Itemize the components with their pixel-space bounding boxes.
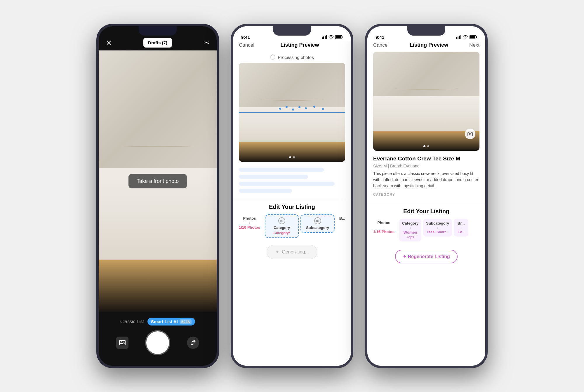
svg-rect-8 bbox=[336, 36, 341, 38]
tab-photos-arrow: ↓ bbox=[249, 221, 251, 225]
regenerate-button[interactable]: ✦ Regenerate Listing bbox=[395, 250, 457, 263]
listing-preview-title-3: Listing Preview bbox=[410, 42, 448, 48]
tab-category-3[interactable]: Category ↓ Women Tops bbox=[399, 219, 421, 242]
edit-title-3: Edit Your Listing bbox=[367, 208, 485, 215]
smart-list-badge[interactable]: Smart List AI BETA bbox=[147, 318, 195, 326]
tab-brand-label-3: Br... bbox=[458, 221, 465, 225]
tab-category-label-2: Category bbox=[274, 225, 290, 230]
cancel-button-3[interactable]: Cancel bbox=[373, 42, 389, 48]
smart-list-label: Smart List AI bbox=[151, 319, 178, 324]
tab-category-sub-3: Tops bbox=[406, 235, 414, 239]
camera-controls bbox=[99, 331, 217, 354]
product-image-2 bbox=[239, 63, 345, 162]
close-button[interactable]: ✕ bbox=[106, 39, 112, 47]
tab-photos-value-2: 1/16 Photos bbox=[239, 225, 260, 230]
product-title: Everlane Cotton Crew Tee Size M bbox=[373, 155, 479, 162]
tab-category-arrow-3: ↓ bbox=[409, 226, 411, 230]
cancel-button-2[interactable]: Cancel bbox=[239, 42, 254, 48]
camera-overlay-button[interactable] bbox=[465, 129, 475, 139]
svg-point-13 bbox=[465, 38, 466, 39]
tab-photos-2[interactable]: Photos ↓ 1/16 Photos bbox=[236, 214, 263, 231]
nav-bar-2: Cancel Listing Preview bbox=[233, 41, 351, 52]
next-button-3[interactable]: Next bbox=[469, 42, 479, 48]
svg-rect-2 bbox=[322, 37, 323, 39]
phone-1: ✕ Drafts (7) ✂ Take a front photo bbox=[96, 24, 219, 368]
tab-photos-value-3: 1/16 Photos bbox=[373, 230, 394, 234]
sparkle-icon: ✦ bbox=[275, 249, 279, 255]
spinner-icon bbox=[270, 55, 275, 60]
carousel-dots-2 bbox=[289, 156, 295, 158]
tab-category-2[interactable]: ⊕ Category Category* bbox=[265, 214, 299, 238]
skeleton-content bbox=[233, 162, 351, 199]
listing-toggle: Classic List Smart List AI BETA bbox=[120, 318, 195, 326]
tab-category-asterisk: Category* bbox=[274, 231, 290, 235]
svg-rect-12 bbox=[460, 35, 461, 39]
subcategory-icon: ⊕ bbox=[314, 217, 321, 224]
dot-3-1 bbox=[423, 145, 425, 147]
skeleton-4 bbox=[239, 189, 292, 193]
shutter-button[interactable] bbox=[146, 331, 169, 354]
phone-2: 9:41 Cancel Listing Preview Pr bbox=[231, 24, 353, 368]
skeleton-1 bbox=[239, 168, 324, 172]
tab-photos-label-2: Photos bbox=[243, 216, 256, 220]
generating-label: Generating... bbox=[282, 249, 309, 255]
svg-rect-4 bbox=[325, 36, 326, 39]
tab-subcategory-2[interactable]: ⊕ Subcategory bbox=[300, 214, 334, 233]
camera-photo-area: Take a front photo bbox=[99, 50, 217, 312]
camera-bottom: Classic List Smart List AI BETA bbox=[99, 312, 217, 366]
tab-brand-arrow-3: ↓ bbox=[460, 226, 462, 230]
scissors-button[interactable]: ✂ bbox=[204, 39, 209, 47]
carousel-dots-3 bbox=[423, 145, 429, 147]
product-description: This piece offers a classic crew neck, o… bbox=[373, 171, 479, 189]
product-image-3 bbox=[373, 52, 479, 151]
tab-category-label-3: Category bbox=[402, 221, 418, 225]
tab-subcategory-label-3: Subcategory bbox=[426, 221, 449, 225]
skeleton-2 bbox=[239, 175, 308, 179]
edit-section-2: Edit Your Listing Photos ↓ 1/16 Photos ⊕… bbox=[233, 199, 351, 241]
product-meta: Size: M | Brand: Everlane bbox=[373, 164, 479, 168]
scan-line bbox=[239, 112, 345, 113]
beta-badge: BETA bbox=[180, 319, 192, 324]
tab-photos-3[interactable]: Photos ↓ 1/16 Photos bbox=[370, 219, 397, 236]
take-photo-label: Take a front photo bbox=[128, 174, 187, 188]
tab-subcategory-3[interactable]: Subcategory ↓ Tees- Short... bbox=[423, 219, 452, 237]
classic-list-label: Classic List bbox=[120, 319, 144, 324]
notch-2 bbox=[273, 26, 311, 36]
tab-brand-3[interactable]: Br... ↓ Ev... bbox=[454, 219, 468, 237]
svg-point-16 bbox=[469, 133, 471, 135]
tab-photos-arrow-3: ↓ bbox=[383, 225, 385, 229]
svg-point-1 bbox=[121, 341, 122, 342]
tab-subcategory-label-2: Subcategory bbox=[306, 225, 329, 230]
listing-tabs-3: Photos ↓ 1/16 Photos Category ↓ Women To… bbox=[367, 219, 485, 242]
svg-rect-10 bbox=[458, 36, 458, 39]
svg-rect-3 bbox=[323, 36, 324, 39]
phone-3: 9:41 Cancel Listing Preview Next bbox=[365, 24, 488, 368]
tab-photos-label-3: Photos bbox=[377, 220, 390, 225]
edit-section-3: Edit Your Listing Photos ↓ 1/16 Photos C… bbox=[367, 203, 485, 244]
edit-title-2: Edit Your Listing bbox=[233, 204, 351, 210]
svg-rect-0 bbox=[119, 340, 125, 345]
notch-1 bbox=[139, 26, 177, 36]
svg-rect-11 bbox=[459, 36, 460, 39]
dot-3-2 bbox=[427, 145, 429, 147]
time-2: 9:41 bbox=[241, 31, 250, 40]
generating-button[interactable]: ✦ Generating... bbox=[267, 245, 317, 259]
svg-point-6 bbox=[331, 38, 331, 39]
processing-banner: Processing photos bbox=[233, 52, 351, 63]
category-icon: ⊕ bbox=[278, 217, 285, 224]
product-info: Everlane Cotton Crew Tee Size M Size: M … bbox=[367, 151, 485, 203]
dot-1 bbox=[289, 156, 291, 158]
skeleton-3 bbox=[239, 182, 335, 186]
flip-camera-button[interactable] bbox=[187, 337, 199, 349]
tab-brand-label-2: B... bbox=[339, 216, 345, 220]
drafts-button[interactable]: Drafts (7) bbox=[143, 38, 172, 48]
listing-preview-title-2: Listing Preview bbox=[280, 42, 319, 48]
dot-2 bbox=[293, 156, 295, 158]
notch-3 bbox=[407, 26, 445, 36]
listing-tabs-2: Photos ↓ 1/16 Photos ⊕ Category Category… bbox=[233, 214, 351, 238]
gallery-button[interactable] bbox=[116, 337, 128, 349]
tab-brand-2[interactable]: B... bbox=[336, 214, 348, 222]
tab-brand-value-3: Ev... bbox=[458, 230, 465, 234]
scan-dots bbox=[239, 102, 345, 120]
tab-category-value-3: Women bbox=[404, 230, 417, 235]
